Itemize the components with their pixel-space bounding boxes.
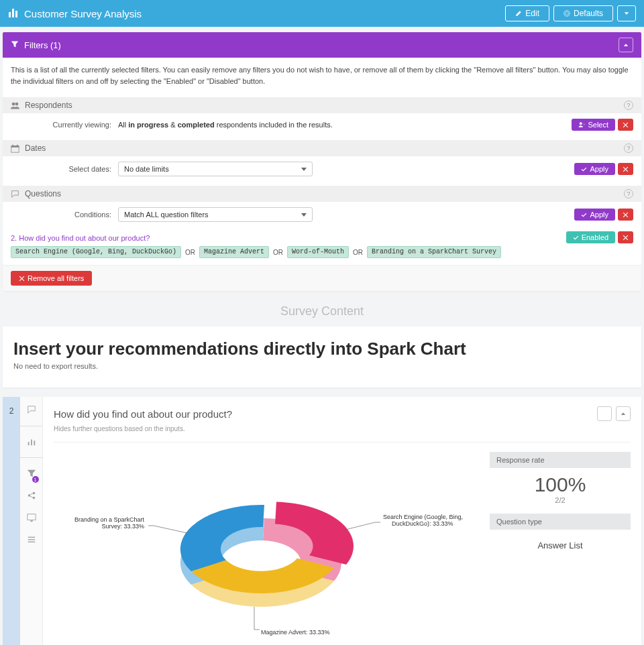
check-icon — [573, 235, 579, 241]
respondents-label: Respondents — [25, 101, 72, 110]
bar-chart-icon — [8, 7, 19, 20]
chat-tool-button[interactable] — [20, 405, 42, 426]
svg-rect-10 — [12, 144, 13, 145]
filter-count-badge: 1 — [32, 476, 39, 483]
remove-all-filters-button[interactable]: Remove all filters — [11, 271, 92, 286]
edit-label: Edit — [525, 9, 539, 18]
question-type-value: Answer List — [490, 535, 631, 560]
page-title: Customer Survey Analysis — [24, 8, 142, 19]
dates-label: Dates — [25, 143, 46, 153]
defaults-button[interactable]: Defaults — [553, 5, 613, 21]
svg-line-23 — [343, 522, 375, 530]
svg-point-3 — [565, 12, 568, 15]
question-number: 2 — [3, 397, 20, 645]
question-toolbar: 1 — [20, 397, 43, 645]
response-rate-value: 100% — [490, 473, 631, 496]
close-icon — [623, 212, 629, 218]
question-info-sidebar: Response rate 100% 2/2 Question type Ans… — [490, 452, 631, 645]
dates-apply-button[interactable]: Apply — [574, 163, 615, 175]
filter-chip[interactable]: Search Engine (Google, Bing, DuckDuckGo) — [11, 246, 181, 258]
close-icon — [623, 235, 629, 241]
currently-viewing-label: Currently viewing: — [11, 121, 111, 129]
svg-rect-13 — [31, 440, 32, 446]
svg-rect-0 — [9, 12, 11, 17]
svg-rect-20 — [28, 537, 35, 538]
filter-enabled-toggle[interactable]: Enabled — [566, 231, 615, 243]
svg-rect-11 — [17, 144, 18, 145]
slice-label: Branding on a SparkChartSurvey: 33.33% — [74, 516, 145, 530]
svg-rect-14 — [34, 441, 35, 445]
rec-subtitle: No need to export results. — [13, 362, 631, 370]
chevron-up-icon — [623, 42, 629, 48]
filter-chip[interactable]: Branding on a SparkChart Survey — [367, 246, 501, 258]
help-icon[interactable]: ? — [624, 189, 633, 198]
svg-line-27 — [154, 526, 187, 533]
question-title: How did you find out about our product? — [54, 408, 232, 420]
chart-tool-button[interactable] — [20, 437, 42, 458]
filters-description: This is a list of all the currently sele… — [3, 58, 641, 93]
filter-chip[interactable]: Magazine Advert — [199, 246, 269, 258]
respondents-section-header: Respondents ? — [3, 97, 641, 113]
menu-tool-button[interactable] — [27, 535, 36, 546]
question-type-header: Question type — [490, 514, 631, 530]
svg-rect-22 — [28, 542, 35, 542]
filter-tool-button[interactable]: 1 — [27, 469, 36, 480]
recommendations-panel: Insert your recommendations directly int… — [3, 327, 641, 388]
chat-icon — [11, 190, 19, 198]
more-dropdown-button[interactable] — [617, 5, 636, 21]
slice-label: Magazine Advert: 33.33% — [261, 629, 330, 636]
respondents-select-button[interactable]: Select — [572, 119, 615, 131]
filter-icon — [11, 40, 19, 50]
display-tool-button[interactable] — [27, 513, 36, 524]
chevron-down-icon — [623, 10, 630, 17]
svg-rect-2 — [15, 11, 17, 17]
dates-remove-button[interactable] — [618, 163, 633, 175]
active-filter-title: 2. How did you find out about our produc… — [11, 234, 633, 242]
filter-chip[interactable]: Word-of-Mouth — [287, 246, 349, 258]
conditions-label: Conditions: — [11, 211, 111, 219]
respondents-remove-button[interactable] — [618, 119, 633, 131]
dates-select[interactable]: No date limits — [118, 162, 313, 176]
active-filter-block: 2. How did you find out about our produc… — [3, 227, 641, 265]
share-icon — [27, 491, 36, 500]
collapse-filters-button[interactable] — [619, 38, 633, 52]
filter-remove-button[interactable] — [618, 231, 633, 243]
svg-point-5 — [12, 102, 15, 105]
edit-button[interactable]: Edit — [505, 5, 549, 21]
chat-icon — [27, 405, 36, 414]
question-collapse-button[interactable] — [616, 406, 631, 421]
chevron-up-icon — [620, 410, 627, 417]
rec-title: Insert your recommendations directly int… — [13, 339, 631, 359]
close-icon — [623, 122, 629, 128]
currently-viewing-text: All in progress & completed respondents … — [118, 121, 565, 129]
slice-label: Search Engine (Google, Bing,DuckDuckGo):… — [383, 514, 463, 527]
help-icon[interactable]: ? — [624, 101, 633, 110]
questions-apply-button[interactable]: Apply — [574, 209, 615, 221]
questions-section-header: Questions ? — [3, 186, 641, 202]
response-rate-header: Response rate — [490, 452, 631, 468]
conditions-select[interactable]: Match ALL question filters — [118, 207, 313, 222]
questions-label: Questions — [25, 189, 61, 198]
question-note: Hides further questions based on the inp… — [54, 425, 631, 443]
question-checkbox[interactable] — [597, 406, 612, 421]
svg-rect-19 — [30, 520, 33, 522]
svg-rect-1 — [12, 9, 14, 17]
select-dates-label: Select dates: — [11, 165, 111, 173]
menu-icon — [27, 535, 36, 544]
survey-content-heading: Survey Content — [0, 304, 644, 318]
top-header: Customer Survey Analysis Edit Defaults — [0, 0, 644, 27]
svg-point-7 — [580, 122, 582, 125]
people-icon — [11, 101, 19, 110]
monitor-icon — [27, 513, 36, 522]
help-icon[interactable]: ? — [624, 143, 633, 153]
questions-remove-button[interactable] — [618, 209, 633, 221]
filters-heading: Filters (1) — [24, 40, 61, 50]
check-icon — [581, 212, 587, 218]
response-rate-sub: 2/2 — [490, 496, 631, 504]
question-block: 2 1 How did you find out about our produ… — [3, 397, 641, 645]
donut-chart: Search Engine (Google, Bing,DuckDuckGo):… — [54, 452, 482, 645]
dates-section-header: Dates ? — [3, 140, 641, 156]
calendar-icon — [11, 144, 19, 153]
close-icon — [623, 166, 629, 172]
share-tool-button[interactable] — [27, 491, 36, 502]
